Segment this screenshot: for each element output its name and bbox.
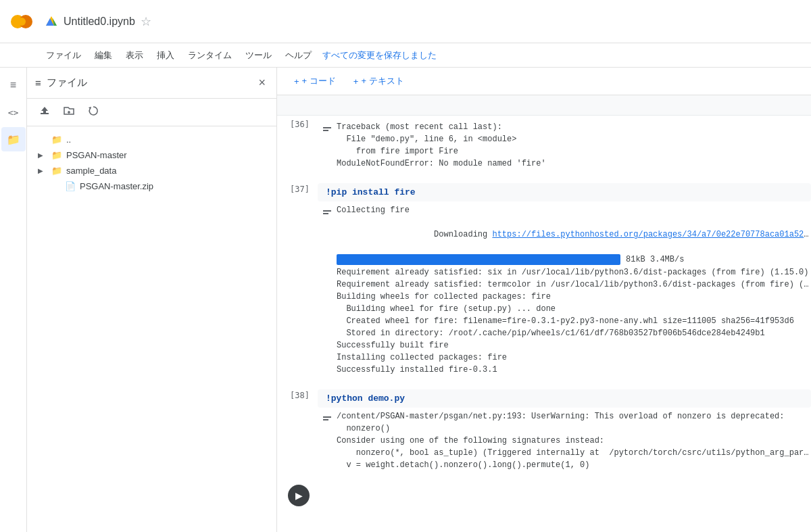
cell-38-output: /content/PSGAN-master/psgan/net.py:193: … (318, 408, 811, 474)
refresh-files-button[interactable] (84, 103, 103, 122)
upload-file-button[interactable] (35, 103, 54, 122)
add-text-label: + テキスト (361, 75, 403, 87)
output-line: Created wheel for fire: filename=fire-0.… (337, 315, 811, 327)
download-progress-bar (337, 254, 620, 265)
sidebar-close-button[interactable]: × (255, 73, 268, 93)
file-item-zip[interactable]: 📄 PSGAN-master.zip (27, 178, 276, 194)
folder-closed-icon: 📁 (51, 150, 62, 160)
cell-36-row: [36] Traceback (most recent call last): … (277, 116, 811, 175)
menu-item-insert[interactable]: 挿入 (151, 47, 180, 64)
left-icon-bar: ≡ <> 📁 (0, 68, 27, 532)
progress-label: 81kB 3.4MB/s (626, 255, 684, 264)
star-icon[interactable]: ☆ (141, 14, 151, 29)
cell-36-number: [36] (277, 118, 318, 129)
output-icon-38 (318, 410, 337, 425)
cell-38-number: [38] (277, 389, 318, 400)
cell-36-output-row: Traceback (most recent call last): File … (318, 121, 811, 170)
cell-38: [38] !python demo.py /content/PSG (277, 387, 811, 477)
menu-bar: ファイル 編集 表示 挿入 ランタイム ツール ヘルプ すべての変更を保存しまし… (0, 43, 811, 68)
add-code-button[interactable]: + + コード (288, 72, 342, 91)
svg-marker-7 (41, 107, 48, 113)
svg-rect-14 (323, 213, 328, 214)
notebook-toolbar: + + コード + + テキスト (277, 68, 811, 95)
refresh-icon (87, 105, 99, 120)
cell-separator (277, 175, 811, 180)
notebook-scroll[interactable]: [36] Traceback (most recent call last): … (277, 95, 811, 532)
menu-item-edit[interactable]: 編集 (89, 47, 118, 64)
output-expand-icon (318, 121, 337, 136)
cell-37-input-row: [37] !pip install fire Collecting (277, 180, 811, 381)
cell-36-output: Traceback (most recent call last): File … (318, 118, 811, 172)
file-item-sample-data[interactable]: ▶ 📁 sample_data (27, 163, 276, 178)
menu-item-tools[interactable]: ツール (240, 47, 277, 64)
output-line: Successfully installed fire-0.3.1 (337, 364, 811, 376)
folder-open-icon: 📁 (7, 133, 20, 146)
upload-icon (39, 105, 51, 120)
output-line-signature: nonzero(*, bool as_tuple) (Triggered int… (337, 447, 811, 459)
cell-38-output-row: /content/PSGAN-master/psgan/net.py:193: … (318, 410, 811, 471)
output-line-warning: /content/PSGAN-master/psgan/net.py:193: … (337, 410, 811, 422)
chevron-right-icon: ▶ (38, 151, 47, 159)
new-folder-button[interactable] (59, 103, 78, 122)
sidebar-title-text: ファイル (47, 76, 87, 89)
cell-37-output-row: Collecting fire Downloading https://file… (318, 204, 811, 376)
output-line-downloading: Downloading https://files.pythonhosted.o… (337, 216, 811, 253)
file-zip-name: PSGAN-master.zip (80, 181, 153, 191)
code-bracket-icon: <> (8, 107, 19, 118)
output-line-consider: Consider using one of the following sign… (337, 435, 811, 447)
sidebar-header: ≡ ファイル × (27, 68, 276, 99)
chevron-right-icon-2: ▶ (38, 167, 47, 174)
pip-command: !pip install fire (326, 187, 416, 197)
add-code-label: + コード (302, 75, 336, 87)
menu-item-runtime[interactable]: ランタイム (182, 47, 237, 64)
file-zip-icon: 📄 (65, 181, 76, 191)
play-icon: ▶ (295, 490, 303, 501)
scroll-hint (277, 95, 811, 116)
main-area: ≡ <> 📁 ≡ ファイル × (0, 68, 811, 532)
output-line-nonzero: nonzero() (337, 422, 811, 435)
add-text-button[interactable]: + + テキスト (347, 72, 410, 91)
cell-38-input[interactable]: !python demo.py (318, 389, 811, 408)
download-link[interactable]: https://files.pythonhosted.org/packages/… (492, 230, 811, 239)
svg-rect-16 (323, 419, 328, 420)
menu-item-help[interactable]: ヘルプ (280, 47, 317, 64)
cell-38-output-content: /content/PSGAN-master/psgan/net.py:193: … (337, 410, 811, 471)
file-item-label: .. (66, 135, 71, 145)
output-line: from fire import Fire (337, 145, 811, 158)
cell-37: [37] !pip install fire Collecting (277, 180, 811, 381)
left-icon-files[interactable]: 📁 (1, 127, 26, 151)
output-line: Building wheels for collected packages: … (337, 291, 811, 303)
file-item-psgan-master[interactable]: ▶ 📁 PSGAN-master (27, 147, 276, 163)
output-line-collecting: Collecting fire (337, 204, 811, 216)
notebook-area: + + コード + + テキスト [36] (277, 68, 811, 532)
output-line: Stored in directory: /root/.cache/pip/wh… (337, 327, 811, 339)
folder-icon: 📁 (51, 135, 62, 145)
left-icon-menu[interactable]: ≡ (1, 73, 26, 97)
sidebar-toolbar (27, 99, 276, 126)
hamburger-icon: ≡ (10, 79, 16, 91)
svg-point-2 (18, 18, 26, 26)
cell-36: [36] Traceback (most recent call last): … (277, 116, 811, 175)
cell-38-input-row: [38] !python demo.py /content/PSG (277, 387, 811, 477)
svg-rect-15 (323, 416, 331, 418)
folder-closed-icon-2: 📁 (51, 166, 62, 176)
file-name: Untitled0.ipynb (64, 16, 135, 28)
menu-item-file[interactable]: ファイル (41, 47, 87, 64)
menu-item-view[interactable]: 表示 (120, 47, 149, 64)
file-item-parent[interactable]: 📁 .. (27, 132, 276, 147)
cell-37-input[interactable]: !pip install fire (318, 183, 811, 201)
progress-bar-container: 81kB 3.4MB/s (337, 254, 811, 265)
sidebar-menu-icon: ≡ (35, 77, 41, 89)
sidebar-title: ≡ ファイル (35, 76, 87, 89)
cell-36-body: Traceback (most recent call last): File … (318, 118, 811, 172)
left-icon-code[interactable]: <> (1, 100, 26, 124)
output-line: ModuleNotFoundError: No module named 'fi… (337, 158, 811, 170)
cell-37-output: Collecting fire Downloading https://file… (318, 201, 811, 379)
run-btn-row: ▶ (277, 479, 811, 512)
run-button[interactable]: ▶ (288, 485, 310, 506)
sidebar: ≡ ファイル × (27, 68, 277, 532)
output-icon-37 (318, 204, 337, 219)
cell-separator-2 (277, 381, 811, 387)
output-line: Building wheel for fire (setup.py) ... d… (337, 303, 811, 315)
folder-name-psgan: PSGAN-master (66, 150, 127, 160)
